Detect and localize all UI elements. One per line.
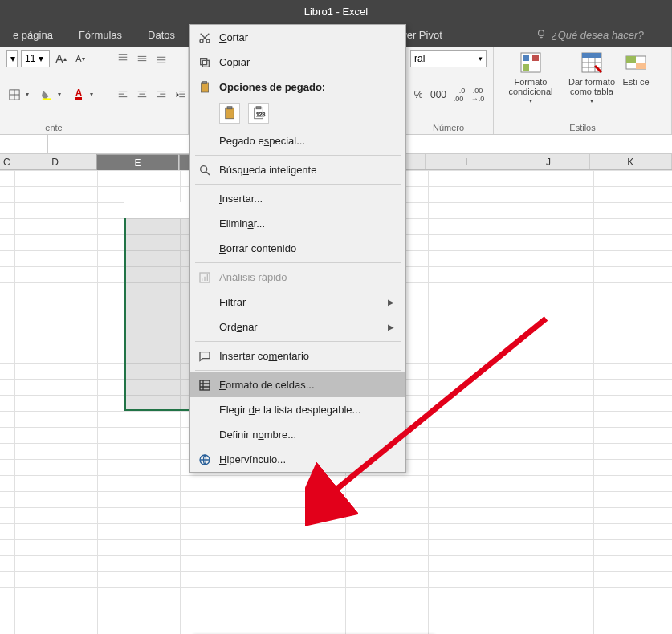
ctx-pick-from-list[interactable]: Elegir de la lista desplegable... xyxy=(190,397,405,422)
ctx-clear[interactable]: Borrar contenido xyxy=(190,236,405,261)
group-styles-label: Estilos xyxy=(500,121,665,132)
ctx-pick-from-list-label: Elegir de la lista desplegable... xyxy=(214,404,397,416)
hyperlink-icon xyxy=(195,453,214,466)
align-middle-button[interactable] xyxy=(134,50,150,67)
increase-decimal-button[interactable]: ←.0.00 xyxy=(450,86,466,104)
ctx-hyperlink-label: Hipervínculo... xyxy=(214,453,397,465)
separator xyxy=(195,262,401,263)
number-format-dropdown[interactable]: ral▾ xyxy=(410,50,487,67)
tab-page-layout[interactable]: e página xyxy=(0,22,66,47)
tab-data[interactable]: Datos xyxy=(135,22,188,47)
context-menu: Cortar Copiar Opciones de pegado: 123 Pe… xyxy=(189,24,406,473)
col-k-label: K xyxy=(627,156,633,168)
svg-point-0 xyxy=(538,30,544,36)
svg-rect-29 xyxy=(200,380,210,390)
ctx-insert-label: Insertar... xyxy=(214,193,397,205)
align-top-button[interactable] xyxy=(115,50,131,67)
col-header-c[interactable]: C xyxy=(0,154,14,169)
cell-styles-button[interactable]: Esti ce xyxy=(622,50,650,87)
paste-values-button[interactable]: 123 xyxy=(248,103,269,124)
ctx-sort[interactable]: Ordenar ▶ xyxy=(190,315,405,339)
ctx-quick-analysis: Análisis rápido xyxy=(190,265,405,290)
col-j-label: J xyxy=(546,156,551,168)
align-left-button[interactable] xyxy=(115,86,131,104)
ctx-smart-lookup-label: Búsqueda inteligente xyxy=(214,164,397,176)
indent-button[interactable] xyxy=(173,86,189,104)
font-color-button[interactable]: A xyxy=(71,86,87,104)
format-as-table-icon xyxy=(579,50,605,75)
comment-icon xyxy=(195,350,214,363)
tab-formulas[interactable]: Fórmulas xyxy=(66,22,135,47)
font-name-dropdown[interactable]: ▾ xyxy=(6,50,18,67)
ctx-define-name-label: Definir nombre... xyxy=(214,429,397,441)
separator xyxy=(195,370,401,371)
fill-color-button[interactable] xyxy=(39,86,55,104)
font-size-dropdown[interactable]: 11 ▾ xyxy=(21,50,50,67)
ctx-paste-options-row: 123 xyxy=(190,100,405,128)
col-header-i[interactable]: I xyxy=(426,154,507,169)
format-as-table-button[interactable]: Dar formato como tabla▾ xyxy=(561,50,622,105)
tab-formulas-label: Fórmulas xyxy=(79,29,122,41)
col-e-label: E xyxy=(134,157,141,169)
group-font: ▾ 11 ▾ A▴ A▾ ▾ ▾ A ▾ ente xyxy=(0,47,108,134)
ctx-format-cells[interactable]: Formato de celdas... xyxy=(190,372,405,397)
borders-dropdown[interactable]: ▾ xyxy=(26,91,35,98)
svg-rect-8 xyxy=(582,53,601,58)
paste-icon xyxy=(195,81,214,94)
ctx-filter[interactable]: Filtrar ▶ xyxy=(190,290,405,315)
separator xyxy=(195,155,401,156)
submenu-arrow-icon: ▶ xyxy=(388,298,397,307)
align-center-button[interactable] xyxy=(134,86,150,104)
ctx-insert-comment-label: Insertar comentario xyxy=(214,350,397,362)
borders-button[interactable] xyxy=(6,86,22,104)
align-bottom-button[interactable] xyxy=(153,50,169,67)
thousands-label: 000 xyxy=(430,89,446,100)
col-header-e[interactable]: E xyxy=(96,154,178,172)
tab-page-layout-label: e página xyxy=(13,29,53,41)
ctx-insert[interactable]: Insertar... xyxy=(190,186,405,211)
name-box[interactable] xyxy=(0,135,48,153)
format-as-table-label: Dar formato como tabla xyxy=(561,77,622,96)
ctx-paste-special[interactable]: Pegado especial... xyxy=(190,128,405,153)
svg-rect-2 xyxy=(43,98,51,100)
search-icon xyxy=(195,164,214,177)
ctx-copy-label: Copiar xyxy=(214,56,397,68)
col-header-d[interactable]: D xyxy=(14,154,96,169)
svg-text:123: 123 xyxy=(256,112,266,117)
decrease-decimal-button[interactable]: .00→.0 xyxy=(470,86,486,104)
fill-color-dropdown[interactable]: ▾ xyxy=(58,91,67,98)
increase-font-button[interactable]: A▴ xyxy=(53,50,69,67)
cut-icon xyxy=(195,31,214,44)
tell-me[interactable]: ¿Qué desea hacer? xyxy=(536,29,644,41)
comma-style-button[interactable]: 000 xyxy=(430,86,447,104)
ctx-insert-comment[interactable]: Insertar comentario xyxy=(190,343,405,368)
ctx-smart-lookup[interactable]: Búsqueda inteligente xyxy=(190,157,405,182)
conditional-formatting-button[interactable]: Formato condicional▾ xyxy=(500,50,561,105)
col-header-k[interactable]: K xyxy=(590,154,672,169)
svg-rect-23 xyxy=(227,107,232,109)
svg-rect-4 xyxy=(523,55,529,61)
percent-style-button[interactable]: % xyxy=(410,86,426,104)
ctx-define-name[interactable]: Definir nombre... xyxy=(190,422,405,447)
ctx-sort-label: Ordenar xyxy=(214,321,388,333)
tell-me-label: ¿Qué desea hacer? xyxy=(552,29,644,41)
ctx-delete-label: Eliminar... xyxy=(214,217,397,230)
group-styles: Formato condicional▾ Dar formato como ta… xyxy=(494,47,672,134)
group-number: ral▾ % 000 ←.0.00 .00→.0 Número xyxy=(404,47,494,134)
svg-rect-18 xyxy=(202,60,209,67)
ctx-delete[interactable]: Eliminar... xyxy=(190,211,405,236)
align-right-button[interactable] xyxy=(153,86,169,104)
ctx-cut[interactable]: Cortar xyxy=(190,25,405,50)
ctx-copy[interactable]: Copiar xyxy=(190,50,405,75)
paste-button[interactable] xyxy=(219,103,240,124)
cell-styles-icon xyxy=(623,50,649,75)
font-color-dropdown[interactable]: ▾ xyxy=(90,91,100,98)
col-c-label: C xyxy=(3,156,10,168)
decrease-font-button[interactable]: A▾ xyxy=(72,50,88,67)
quick-analysis-icon xyxy=(195,271,214,284)
ctx-hyperlink[interactable]: Hipervínculo... xyxy=(190,447,405,472)
col-header-j[interactable]: J xyxy=(507,154,589,169)
title-text: Libro1 - Excel xyxy=(304,6,368,18)
percent-label: % xyxy=(414,89,423,100)
ctx-quick-analysis-label: Análisis rápido xyxy=(214,271,397,283)
